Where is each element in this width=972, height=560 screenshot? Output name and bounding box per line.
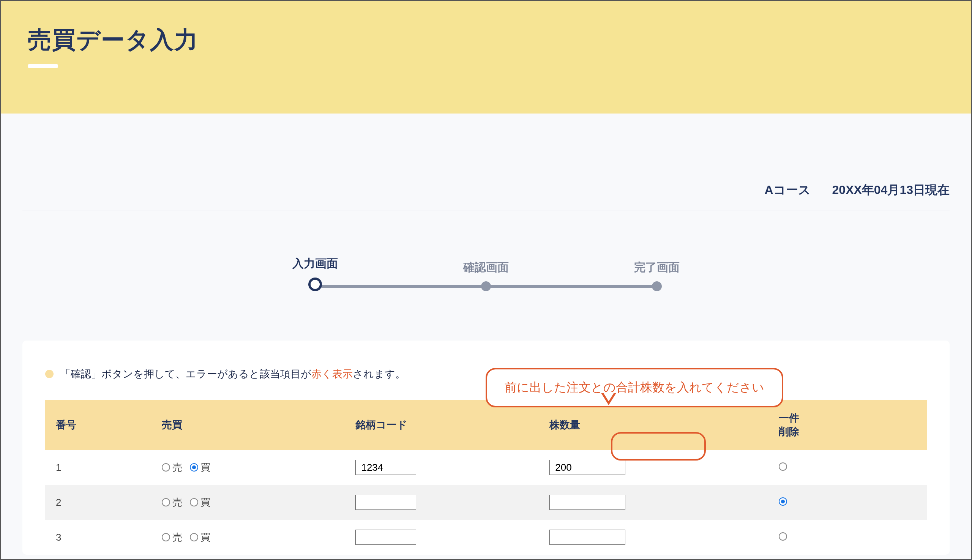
cell-side: 売買 [151, 520, 345, 555]
notice-prefix: 「確認」ボタンを押して、エラーがあると該当項目が [60, 368, 311, 380]
notice-suffix: されます。 [353, 368, 405, 380]
callout-tail-icon [601, 393, 616, 405]
cell-side: 売買 [151, 450, 345, 485]
cell-qty [539, 485, 768, 520]
notice-highlight: 赤く表示 [311, 368, 353, 380]
banner: 売買データ入力 [1, 1, 971, 113]
stepper: 入力画面 確認画面 完了画面 [230, 256, 742, 291]
cell-no: 1 [45, 450, 151, 485]
th-no: 番号 [45, 400, 151, 450]
step-dot-active-icon [308, 278, 322, 291]
cell-no: 3 [45, 520, 151, 555]
table-wrap: 前に出した注文との合計株数を入れてください 番号 売買 銘柄コード 株数量 一件… [45, 400, 927, 555]
step-dot-icon [481, 281, 491, 291]
step-label: 確認画面 [400, 260, 572, 275]
code-input[interactable] [355, 495, 416, 510]
callout-text: 前に出した注文との合計株数を入れてください [505, 380, 764, 394]
radio-sell[interactable] [162, 498, 170, 507]
course-label: Aコース [765, 183, 810, 197]
label-buy: 買 [200, 461, 210, 474]
callout: 前に出した注文との合計株数を入れてください [486, 368, 783, 407]
quantity-input[interactable] [549, 495, 625, 510]
form-card: 「確認」ボタンを押して、エラーがあると該当項目が赤く表示されます。 前に出した注… [22, 340, 950, 555]
radio-buy[interactable] [190, 498, 198, 507]
cell-code [345, 450, 539, 485]
cell-qty [539, 450, 768, 485]
cell-code [345, 520, 539, 555]
delete-radio[interactable] [779, 532, 787, 541]
entry-table: 番号 売買 銘柄コード 株数量 一件 削除 1売買2売買3売買 [45, 400, 927, 555]
title-underline [28, 64, 58, 68]
delete-radio[interactable] [779, 497, 787, 506]
radio-sell[interactable] [162, 463, 170, 472]
label-sell: 売 [172, 496, 182, 509]
label-sell: 売 [172, 461, 182, 474]
cell-delete [768, 485, 927, 520]
cell-delete [768, 520, 927, 555]
cell-side: 売買 [151, 485, 345, 520]
label-sell: 売 [172, 531, 182, 544]
cell-delete [768, 450, 927, 485]
step-line [315, 285, 486, 288]
bullet-icon [45, 370, 53, 378]
label-buy: 買 [200, 496, 210, 509]
subheader: Aコース 20XX年04月13日現在 [22, 113, 950, 210]
label-buy: 買 [200, 531, 210, 544]
step-label: 完了画面 [572, 260, 742, 275]
radio-buy[interactable] [190, 533, 198, 542]
cell-no: 2 [45, 485, 151, 520]
radio-buy[interactable] [190, 463, 198, 472]
asof-label: 20XX年04月13日現在 [832, 183, 950, 197]
page-title: 売買データ入力 [28, 24, 944, 56]
code-input[interactable] [355, 530, 416, 545]
table-row: 3売買 [45, 520, 927, 555]
code-input[interactable] [355, 460, 416, 475]
step-dot-icon [652, 281, 662, 291]
cell-code [345, 485, 539, 520]
th-side: 売買 [151, 400, 345, 450]
table-row: 2売買 [45, 485, 927, 520]
th-delete: 一件 削除 [768, 400, 927, 450]
step-label: 入力画面 [230, 256, 400, 272]
table-row: 1売買 [45, 450, 927, 485]
cell-qty [539, 520, 768, 555]
step-line [486, 285, 657, 288]
delete-radio[interactable] [779, 462, 787, 471]
radio-sell[interactable] [162, 533, 170, 542]
quantity-input[interactable] [549, 530, 625, 545]
quantity-input[interactable] [549, 460, 625, 475]
